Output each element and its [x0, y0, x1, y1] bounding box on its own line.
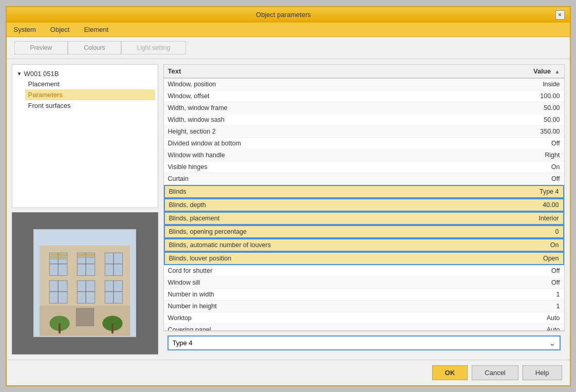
tree-item-placement[interactable]: Placement: [25, 79, 155, 89]
table-row[interactable]: Divided window at bottomOff: [164, 138, 564, 150]
help-button[interactable]: Help: [523, 365, 562, 380]
table-header: Text Value ▲: [164, 65, 564, 79]
row-text: Worktop: [168, 314, 498, 322]
row-value: 50.00: [498, 116, 560, 123]
table-row[interactable]: Covering panelAuto: [164, 324, 564, 331]
row-text: Window, position: [168, 81, 498, 88]
table-row[interactable]: Height, section 2350.00: [164, 126, 564, 138]
params-table: Text Value ▲ Window, positionInsideWindo…: [163, 64, 565, 331]
row-value: 1: [498, 291, 560, 298]
row-text: Window, offset: [168, 92, 498, 100]
header-value: Value ▲: [498, 67, 560, 75]
row-text: Divided window at bottom: [168, 140, 498, 147]
row-text: Height, section 2: [168, 128, 498, 135]
blinds-type-dropdown[interactable]: Type 4Type 1Type 2Type 3: [168, 335, 561, 350]
row-value: Off: [498, 267, 560, 274]
table-row[interactable]: Cord for shutterOff: [164, 265, 564, 277]
row-value: Type 4: [497, 188, 559, 195]
dialog: Object parameters × System Object Elemen…: [6, 6, 571, 386]
preview-image: [33, 229, 136, 337]
table-row[interactable]: Number in height1: [164, 301, 564, 312]
row-text: Width, window frame: [168, 104, 498, 111]
tree-root-label: W001 051B: [24, 70, 59, 78]
tree-item-front-surfaces[interactable]: Front surfaces: [25, 100, 155, 111]
preview-area: [12, 212, 158, 354]
row-value: Off: [498, 279, 560, 286]
table-row[interactable]: Blinds, placementInterior: [164, 212, 564, 225]
row-text: Blinds, placement: [169, 215, 497, 222]
row-text: Blinds, depth: [169, 201, 497, 209]
tab-light-setting[interactable]: Light setting: [121, 41, 187, 54]
row-value: Auto: [498, 314, 560, 322]
ok-button[interactable]: OK: [432, 365, 468, 380]
table-row[interactable]: Width, window frame50.00: [164, 102, 564, 114]
row-value: On: [498, 163, 560, 171]
menu-element[interactable]: Element: [82, 25, 110, 34]
svg-rect-13: [77, 281, 95, 303]
menu-bar: System Object Element: [7, 23, 570, 37]
row-text: Blinds, louver position: [169, 255, 497, 262]
row-value: 1: [498, 303, 560, 310]
row-value: Interior: [497, 215, 559, 222]
table-row[interactable]: Window, offset100.00: [164, 90, 564, 102]
sort-arrow-icon: ▲: [555, 69, 560, 74]
tree-area: ▼ W001 051B Placement Parameters Front s…: [12, 64, 158, 208]
svg-rect-12: [49, 281, 67, 303]
dropdown-wrapper: Type 4Type 1Type 2Type 3: [168, 335, 561, 350]
row-text: Blinds, opening percentage: [169, 228, 497, 235]
row-value: 100.00: [498, 92, 560, 100]
footer: OK Cancel Help: [7, 360, 570, 385]
table-row[interactable]: Blinds, depth40.00: [164, 198, 564, 212]
row-value: Inside: [498, 81, 560, 88]
table-row[interactable]: Blinds, opening percentage0: [164, 225, 564, 238]
tab-colours[interactable]: Colours: [68, 41, 121, 54]
row-value: Auto: [498, 326, 560, 331]
row-value: On: [497, 241, 559, 249]
title-bar: Object parameters ×: [7, 7, 570, 23]
cancel-button[interactable]: Cancel: [472, 365, 518, 380]
row-value: 0: [497, 228, 559, 235]
row-text: Covering panel: [168, 326, 498, 331]
dropdown-area: Type 4Type 1Type 2Type 3: [163, 331, 565, 354]
menu-object[interactable]: Object: [48, 25, 72, 34]
table-row[interactable]: BlindsType 4: [164, 185, 564, 198]
table-row[interactable]: Window, positionInside: [164, 79, 564, 90]
row-value: 40.00: [497, 201, 559, 209]
svg-rect-25: [112, 323, 114, 333]
table-row[interactable]: Window with handleRight: [164, 150, 564, 161]
tab-preview[interactable]: Preview: [14, 41, 68, 54]
table-row[interactable]: Number in width1: [164, 289, 564, 301]
menu-system[interactable]: System: [12, 25, 38, 34]
tabs-row: Preview Colours Light setting: [7, 37, 570, 59]
tree-children: Placement Parameters Front surfaces: [15, 79, 155, 111]
svg-rect-24: [59, 323, 61, 333]
tree-item-parameters[interactable]: Parameters: [25, 89, 155, 100]
table-row[interactable]: Blinds, automatic number of louversOn: [164, 238, 564, 252]
close-button[interactable]: ×: [555, 10, 565, 20]
row-text: Number in height: [168, 303, 498, 310]
row-text: Cord for shutter: [168, 267, 498, 274]
row-text: Window with handle: [168, 152, 498, 159]
table-row[interactable]: Window sillOff: [164, 277, 564, 289]
tree-expand-arrow: ▼: [17, 71, 22, 77]
content-area: ▼ W001 051B Placement Parameters Front s…: [7, 59, 570, 360]
table-row[interactable]: CurtainOff: [164, 173, 564, 185]
row-text: Curtain: [168, 175, 498, 182]
table-row[interactable]: WorktopAuto: [164, 312, 564, 324]
row-text: Blinds: [169, 188, 497, 195]
row-text: Blinds, automatic number of louvers: [169, 241, 497, 249]
table-row[interactable]: Visible hingesOn: [164, 161, 564, 173]
tree-root[interactable]: ▼ W001 051B: [15, 69, 155, 79]
right-panel: Text Value ▲ Window, positionInsideWindo…: [163, 64, 565, 354]
row-value: Right: [498, 152, 560, 159]
table-row[interactable]: Width, window sash50.00: [164, 114, 564, 126]
header-text: Text: [168, 67, 498, 75]
row-value: Open: [497, 255, 559, 262]
table-row[interactable]: Blinds, louver positionOpen: [164, 252, 564, 265]
row-value: 350.00: [498, 128, 560, 135]
row-text: Visible hinges: [168, 163, 498, 171]
row-text: Window sill: [168, 279, 498, 286]
row-value: 50.00: [498, 104, 560, 111]
left-panel: ▼ W001 051B Placement Parameters Front s…: [12, 64, 158, 354]
row-value: Off: [498, 175, 560, 182]
